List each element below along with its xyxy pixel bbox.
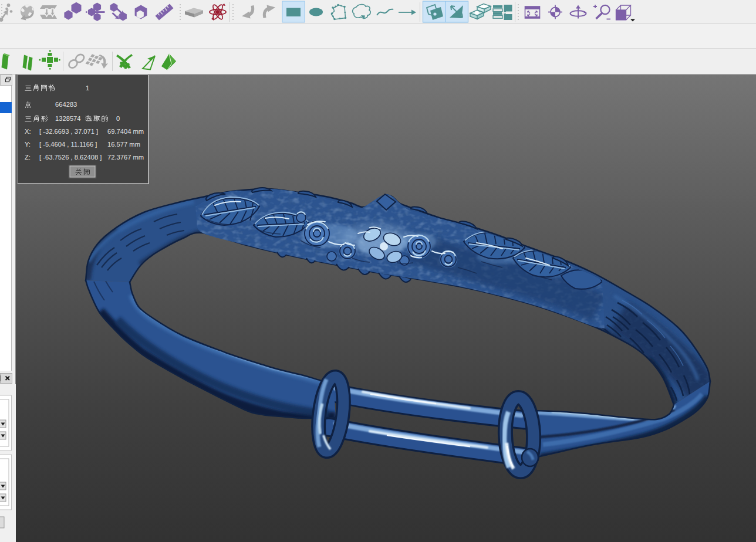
svg-text:1328574: 1328574 bbox=[55, 115, 81, 122]
svg-text:X:: X: bbox=[25, 128, 31, 135]
svg-text:0: 0 bbox=[116, 115, 120, 122]
svg-text:16.577 mm: 16.577 mm bbox=[107, 141, 140, 148]
svg-text:69.7404 mm: 69.7404 mm bbox=[107, 128, 144, 135]
svg-text:[ -32.6693 , 37.071 ]: [ -32.6693 , 37.071 ] bbox=[39, 128, 98, 135]
svg-text:Z:: Z: bbox=[25, 154, 31, 161]
svg-text:[ -63.7526 , 8.62408 ]: [ -63.7526 , 8.62408 ] bbox=[39, 154, 102, 161]
svg-text:[ -5.4604 , 11.1166 ]: [ -5.4604 , 11.1166 ] bbox=[39, 141, 97, 148]
svg-text:1: 1 bbox=[86, 84, 89, 92]
svg-text:Y:: Y: bbox=[25, 141, 31, 148]
svg-text:664283: 664283 bbox=[55, 101, 77, 108]
svg-text:72.3767 mm: 72.3767 mm bbox=[107, 154, 144, 161]
